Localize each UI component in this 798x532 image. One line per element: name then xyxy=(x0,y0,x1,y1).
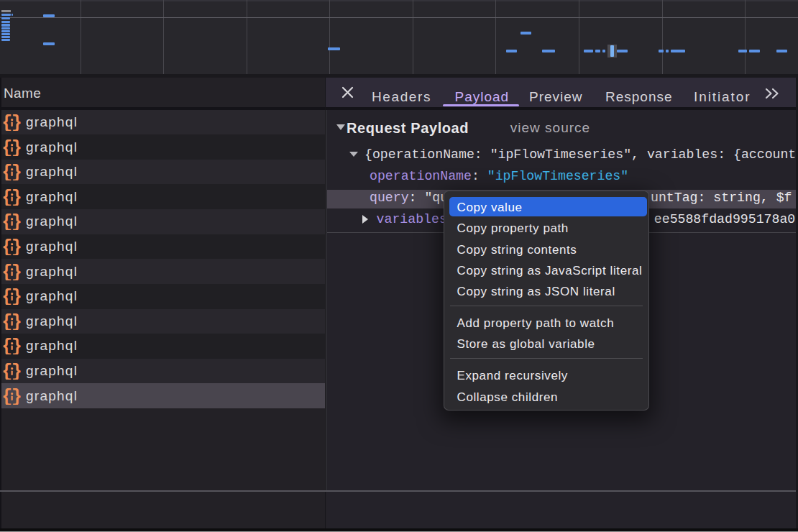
svg-text:}: } xyxy=(11,238,20,255)
svg-text:}: } xyxy=(11,139,20,156)
svg-text:}: } xyxy=(11,362,20,380)
svg-text:}: } xyxy=(11,337,20,354)
svg-text:}: } xyxy=(11,288,20,305)
svg-text:}: } xyxy=(11,163,20,180)
svg-text:}: } xyxy=(11,387,20,405)
svg-text:}: } xyxy=(11,188,20,206)
svg-text:}: } xyxy=(11,114,20,131)
svg-text:}: } xyxy=(11,263,20,280)
svg-text:}: } xyxy=(11,313,20,330)
svg-text:}: } xyxy=(11,213,20,230)
